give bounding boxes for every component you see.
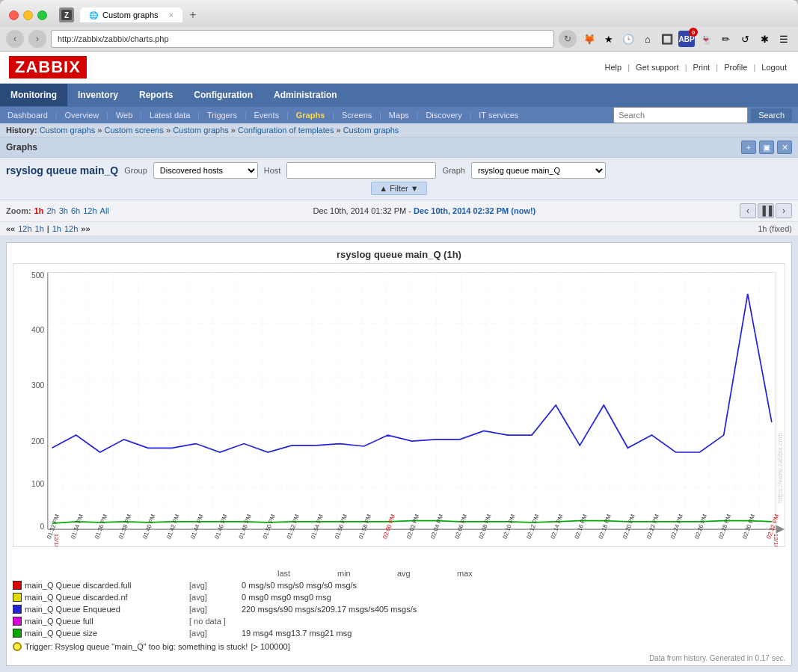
extension1-icon[interactable]: 🔲 — [659, 31, 675, 47]
time-from: Dec 10th, 2014 01:32 PM — [313, 206, 407, 215]
graph-title-row: rsyslog queue main_Q Group Discovered ho… — [6, 162, 792, 179]
subnav-discovery[interactable]: Discovery — [418, 107, 469, 123]
svg-text:100: 100 — [31, 480, 44, 488]
support-link[interactable]: Get support — [636, 63, 678, 72]
svg-text:500: 500 — [31, 271, 44, 280]
view-action-button[interactable]: ▣ — [759, 141, 774, 154]
legend-header: last min avg max — [13, 569, 785, 578]
new-tab-button[interactable]: + — [185, 7, 200, 22]
breadcrumb-custom-graphs-3[interactable]: Custom graphs — [343, 126, 399, 135]
prev-arrow-button[interactable]: ‹ — [740, 203, 756, 218]
ghostery-icon[interactable]: 👻 — [698, 31, 714, 47]
graph-select[interactable]: rsyslog queue main_Q — [471, 162, 606, 179]
home-icon[interactable]: ⌂ — [639, 31, 656, 47]
subnav-it-services[interactable]: IT services — [471, 107, 526, 123]
close-button[interactable] — [9, 10, 19, 20]
breadcrumb-prefix: History: — [6, 126, 37, 135]
reload-button[interactable]: ↻ — [559, 30, 577, 48]
svg-text:300: 300 — [31, 381, 44, 389]
quick-nav-1h-next[interactable]: 1h — [52, 224, 61, 233]
legend-header-min: min — [337, 569, 397, 578]
legend-type-queue-full: [ no data ] — [189, 617, 242, 626]
fixed-value: 1h — [758, 224, 767, 233]
profile-link[interactable]: Profile — [724, 63, 747, 72]
next-arrow-button[interactable]: › — [776, 203, 792, 218]
subnav-web[interactable]: Web — [108, 107, 140, 123]
zoom-12h[interactable]: 12h — [83, 206, 96, 215]
legend-row-discarded-full: main_Q Queue discarded.full [avg] 0 msg/… — [13, 579, 785, 591]
subnav-screens[interactable]: Screens — [334, 107, 379, 123]
breadcrumb-custom-graphs-1[interactable]: Custom graphs — [40, 126, 96, 135]
extension2-icon[interactable]: ✱ — [756, 31, 773, 47]
quick-nav-12h-next[interactable]: 12h — [64, 224, 78, 233]
subnav-triggers[interactable]: Triggers — [200, 107, 245, 123]
tab-title: Custom graphs — [102, 10, 159, 19]
date-left: 12/10 — [53, 534, 60, 547]
group-select[interactable]: Discovered hosts — [153, 162, 258, 179]
zoom-6h[interactable]: 6h — [71, 206, 80, 215]
forward-button[interactable]: › — [28, 30, 46, 48]
legend-row-discarded-nf: main_Q Queue discarded.nf [avg] 0 msg 0 … — [13, 591, 785, 603]
play-button[interactable]: ▐▐ — [758, 203, 774, 218]
zoom-2h[interactable]: 2h — [46, 206, 55, 215]
zoom-3h[interactable]: 3h — [59, 206, 68, 215]
breadcrumb-custom-graphs-2[interactable]: Custom graphs — [173, 126, 229, 135]
close-tab-icon[interactable]: × — [169, 10, 174, 19]
svg-text:Z: Z — [64, 11, 69, 19]
nav-inventory[interactable]: Inventory — [67, 84, 129, 106]
legend-header-last: last — [277, 569, 337, 578]
subnav-latest-data[interactable]: Latest data — [142, 107, 197, 123]
host-input[interactable] — [286, 162, 436, 179]
legend-name-queue-size: main_Q Queue size — [25, 629, 189, 638]
nav-configuration[interactable]: Configuration — [183, 84, 263, 106]
legend-avg-queue-size: 13.7 msg — [291, 629, 325, 638]
subnav-overview[interactable]: Overview — [57, 107, 106, 123]
logout-link[interactable]: Logout — [761, 63, 787, 72]
legend-trigger: Trigger: Rsyslog queue "main_Q" too big:… — [13, 642, 785, 651]
menu-icon[interactable]: ☰ — [776, 31, 792, 47]
zoom-controls: Zoom: 1h 2h 3h 6h 12h All — [6, 206, 109, 215]
minimize-button[interactable] — [23, 10, 33, 20]
subnav-events[interactable]: Events — [247, 107, 287, 123]
svg-text:400: 400 — [31, 326, 44, 334]
breadcrumb-custom-screens[interactable]: Custom screens — [104, 126, 163, 135]
subnav-graphs[interactable]: Graphs — [289, 107, 333, 123]
legend-max-discarded-nf: 0 msg — [309, 593, 331, 602]
legend-min-discarded-nf: 0 msg — [264, 593, 286, 602]
active-tab[interactable]: 🌐 Custom graphs × — [80, 7, 182, 22]
toolbar-icons: 🦊 ★ 🕒 ⌂ 🔲 ABP 0 👻 ✏ ↺ ✱ ☰ — [581, 31, 792, 47]
nav-administration[interactable]: Administration — [263, 84, 348, 106]
back-button[interactable]: ‹ — [6, 30, 24, 48]
sync-icon[interactable]: ↺ — [737, 31, 753, 47]
legend-type-queue-size: [avg] — [189, 629, 242, 638]
trigger-text: Trigger: Rsyslog queue "main_Q" too big:… — [25, 642, 248, 651]
nav-monitoring[interactable]: Monitoring — [0, 84, 67, 106]
search-input[interactable] — [613, 107, 748, 123]
zoom-1h[interactable]: 1h — [34, 206, 44, 215]
close-action-button[interactable]: ✕ — [777, 141, 792, 154]
legend-avg-discarded-nf: 0 msg — [286, 593, 309, 602]
subnav-dashboard[interactable]: Dashboard — [0, 107, 55, 123]
address-bar[interactable]: http://zabbix/zabbix/charts.php — [51, 30, 554, 48]
header-links: Help | Get support | Print | Profile | L… — [602, 63, 789, 72]
filter-toggle-button[interactable]: ▲ Filter ▼ — [371, 182, 426, 195]
add-action-button[interactable]: + — [741, 141, 756, 154]
chart-legend: last min avg max main_Q Queue discarded.… — [13, 569, 785, 662]
bookmark-icon[interactable]: ★ — [601, 31, 617, 47]
edit-icon[interactable]: ✏ — [717, 31, 734, 47]
history-icon[interactable]: 🕒 — [620, 31, 636, 47]
help-link[interactable]: Help — [604, 63, 621, 72]
search-button[interactable]: Search — [751, 108, 792, 122]
print-link[interactable]: Print — [693, 63, 710, 72]
quick-nav-12h-prev[interactable]: 12h — [18, 224, 31, 233]
quick-nav-1h-prev[interactable]: 1h — [35, 224, 44, 233]
maximize-button[interactable] — [37, 10, 47, 20]
subnav-maps[interactable]: Maps — [381, 107, 417, 123]
nav-reports[interactable]: Reports — [129, 84, 183, 106]
graph-container: rsyslog queue main_Q (1h) 500 — [6, 242, 792, 666]
breadcrumb-config-templates[interactable]: Configuration of templates — [238, 126, 334, 135]
zoom-all[interactable]: All — [100, 206, 109, 215]
host-label: Host — [264, 166, 281, 175]
adblock-icon[interactable]: ABP 0 — [678, 31, 695, 47]
page-actions: + ▣ ✕ — [741, 141, 792, 154]
